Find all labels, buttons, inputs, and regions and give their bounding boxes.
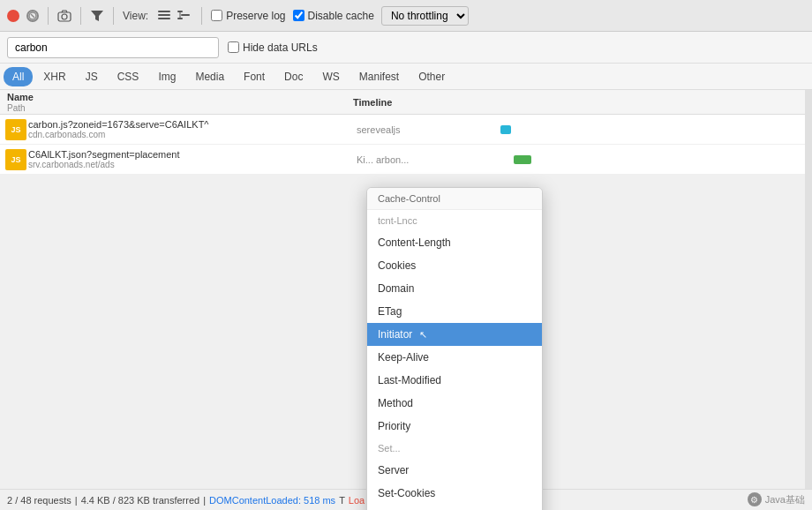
tab-doc[interactable]: Doc: [275, 67, 312, 86]
disable-cache-label[interactable]: Disable cache: [293, 10, 374, 22]
throttle-select[interactable]: No throttling: [381, 6, 469, 26]
dropdown-item-cookies[interactable]: Cookies: [367, 254, 542, 277]
divider4: [201, 7, 202, 25]
timeline-bar: [500, 125, 511, 134]
tab-ws[interactable]: WS: [313, 67, 348, 86]
dropdown-item-domain[interactable]: Domain: [367, 277, 542, 300]
view-icons: [155, 7, 192, 25]
svg-rect-6: [158, 14, 170, 16]
dropdown-item-server[interactable]: Server: [367, 459, 542, 482]
row-filename: carbon.js?zoneid=1673&serve=C6AILKT^: [28, 119, 357, 130]
dropdown-item-method[interactable]: Method: [367, 392, 542, 415]
divider: [48, 7, 49, 25]
table-row[interactable]: JS carbon.js?zoneid=1673&serve=C6AILKT^ …: [0, 115, 812, 145]
list-view-icon[interactable]: [155, 7, 173, 25]
tab-xhr[interactable]: XHR: [34, 67, 74, 86]
row-timeline: [489, 121, 812, 139]
dropdown-item-tcnt[interactable]: tcnt-Lncc: [367, 210, 542, 231]
dropdown-item-last-modified[interactable]: Last-Modified: [367, 369, 542, 392]
toolbar: View: Preserve log Disable cache No thro: [0, 0, 812, 32]
load-status: Loa: [349, 495, 365, 506]
tab-font[interactable]: Font: [235, 67, 274, 86]
timeline-bar-container: [496, 121, 549, 139]
row-filename-2: C6AlLKT.json?segment=placement: [28, 149, 357, 160]
hide-urls-checkbox[interactable]: [228, 41, 239, 53]
tab-all[interactable]: All: [4, 67, 33, 86]
row-path-2: srv.carbonads.net/ads: [28, 160, 357, 169]
preserve-log-checkbox[interactable]: [211, 10, 222, 21]
row-timeline-2: [489, 151, 812, 169]
dom-loaded: DOMContentLoaded: 518 ms: [209, 495, 335, 506]
dropdown-item-set[interactable]: Set...: [367, 438, 542, 459]
js-file-icon-2: JS: [4, 147, 28, 172]
svg-line-1: [31, 14, 34, 18]
row-name-cell-2: C6AlLKT.json?segment=placement srv.carbo…: [28, 149, 357, 169]
js-file-icon: JS: [4, 117, 28, 142]
requests-count: 2 / 48 requests: [7, 495, 71, 506]
row-initiator: serevealjs: [357, 124, 489, 135]
record-button[interactable]: [7, 10, 19, 22]
tab-media[interactable]: Media: [186, 67, 233, 86]
svg-rect-10: [177, 18, 183, 19]
stop-button[interactable]: [26, 10, 39, 22]
svg-rect-8: [177, 11, 183, 12]
row-name-cell: carbon.js?zoneid=1673&serve=C6AILKT^ cdn…: [28, 119, 357, 139]
disable-cache-checkbox[interactable]: [293, 10, 304, 21]
transfer-size: 4.4 KB / 823 KB transferred: [81, 495, 200, 506]
row-initiator-2: Ki... arbon...: [357, 154, 489, 165]
dropdown-item-size[interactable]: Size: [367, 505, 542, 510]
timeline-bar-container-2: [496, 151, 549, 169]
tab-css[interactable]: CSS: [109, 67, 148, 86]
svg-rect-7: [158, 18, 170, 19]
gear-icon: ⚙: [748, 492, 762, 506]
filter-bar: Hide data URLs: [0, 32, 812, 64]
main-content: Name Path Timeline JS carbon.js?zoneid=1…: [0, 90, 812, 489]
svg-rect-9: [181, 14, 190, 16]
tree-view-icon[interactable]: [175, 7, 192, 25]
svg-point-3: [62, 14, 67, 19]
watermark-text: Java基础: [765, 493, 805, 506]
divider2: [80, 7, 81, 25]
tab-img[interactable]: Img: [149, 67, 184, 86]
table-row[interactable]: JS C6AlLKT.json?segment=placement srv.ca…: [0, 145, 812, 175]
tab-manifest[interactable]: Manifest: [350, 67, 408, 86]
watermark: ⚙ Java基础: [748, 492, 805, 506]
view-label: View:: [123, 10, 148, 22]
timeline-bar-2: [514, 155, 531, 164]
filter-tabs: All XHR JS CSS Img Media Font Doc WS Man…: [0, 64, 812, 90]
name-column-header[interactable]: Name Path: [0, 92, 353, 113]
timeline-column-header[interactable]: Timeline: [353, 97, 812, 108]
dropdown-item-initiator[interactable]: Initiator ↖: [367, 323, 542, 346]
dropdown-header: Cache-Control: [367, 188, 542, 210]
filter-icon[interactable]: [90, 9, 104, 23]
scrollbar[interactable]: [805, 90, 812, 489]
divider3: [113, 7, 114, 25]
tab-js[interactable]: JS: [77, 67, 107, 86]
svg-marker-4: [91, 11, 103, 21]
dropdown-item-priority[interactable]: Priority: [367, 415, 542, 438]
dropdown-item-keep-alive[interactable]: Keep-Alive: [367, 346, 542, 369]
preserve-log-label[interactable]: Preserve log: [211, 10, 285, 22]
dropdown-item-content-length[interactable]: Content-Length: [367, 231, 542, 254]
context-menu: Cache-Control tcnt-Lncc Content-Length C…: [366, 187, 543, 510]
hide-urls-label[interactable]: Hide data URLs: [228, 41, 318, 54]
dropdown-item-set-cookies[interactable]: Set-Cookies: [367, 482, 542, 505]
search-input[interactable]: [7, 37, 219, 58]
table-header: Name Path Timeline: [0, 90, 812, 115]
row-path: cdn.carbonads.com: [28, 130, 357, 139]
camera-icon[interactable]: [57, 9, 71, 23]
svg-rect-5: [158, 11, 170, 12]
tab-other[interactable]: Other: [410, 67, 454, 86]
network-table: Name Path Timeline JS carbon.js?zoneid=1…: [0, 90, 812, 175]
dropdown-item-etag[interactable]: ETag: [367, 300, 542, 323]
